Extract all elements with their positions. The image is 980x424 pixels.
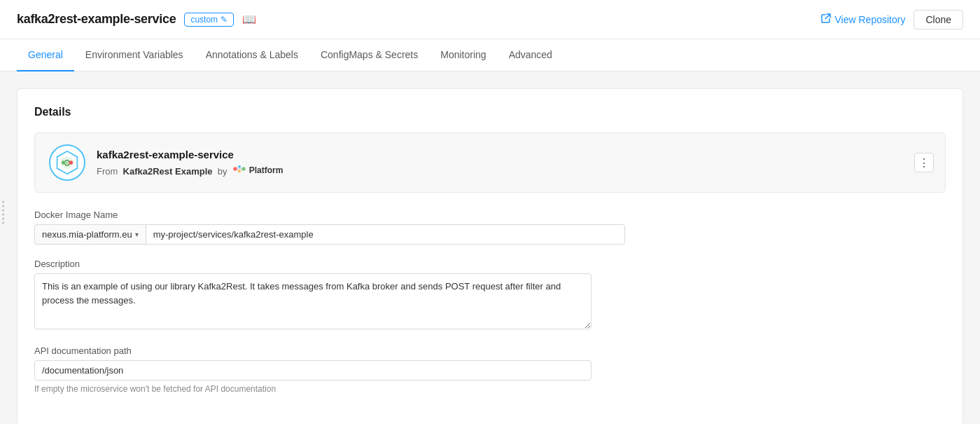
service-name: kafka2rest-example-service [97,149,931,160]
tab-advanced[interactable]: Advanced [498,39,564,71]
external-link-icon [821,13,831,25]
tab-general[interactable]: General [17,39,74,71]
platform-name: Platform [249,165,284,175]
api-doc-hint: If empty the microservice won't be fetch… [34,384,946,394]
header-left: kafka2rest-example-service custom ✎ 📖 [17,12,256,27]
service-title: kafka2rest-example-service [17,12,176,27]
edit-icon: ✎ [220,15,227,25]
more-options-button[interactable]: ⋮ [914,153,934,172]
docker-image-group: Docker Image Name nexus.mia-platform.eu [34,210,946,245]
description-textarea[interactable]: This is an example of using our library … [34,273,592,329]
main-content: Details ⚙ kafka2rest-example-service Fro… [0,71,980,424]
tab-monitoring[interactable]: Monitoring [429,39,497,71]
image-path-input[interactable] [146,224,625,245]
source-name: Kafka2Rest Example [123,166,213,177]
tab-configmaps-secrets[interactable]: ConfigMaps & Secrets [309,39,429,71]
svg-point-8 [241,167,246,171]
svg-point-4 [69,160,73,164]
service-info: kafka2rest-example-service From Kafka2Re… [97,149,931,177]
from-label: From [97,166,118,177]
platform-badge: Platform [232,163,284,177]
tab-annotations-labels[interactable]: Annotations & Labels [195,39,309,71]
svg-point-5 [233,167,237,171]
details-section: Details ⚙ kafka2rest-example-service Fro… [17,88,963,424]
service-from: From Kafka2Rest Example by [97,163,931,177]
section-title: Details [34,106,946,118]
by-label: by [218,166,227,177]
api-doc-group: API documentation path If empty the micr… [34,346,946,394]
registry-select[interactable]: nexus.mia-platform.eu [34,224,146,245]
svg-point-3 [62,160,65,164]
custom-badge-label: custom [190,15,218,25]
custom-badge[interactable]: custom ✎ [184,13,234,27]
docker-image-label: Docker Image Name [34,210,946,220]
docker-image-row: nexus.mia-platform.eu [34,224,625,245]
platform-icon [232,163,246,177]
header-right: View Repository Clone [821,10,964,29]
header: kafka2rest-example-service custom ✎ 📖 Vi… [0,0,980,39]
api-doc-input[interactable] [34,360,592,381]
tabs-bar: General Environment Variables Annotation… [0,39,980,71]
clone-button[interactable]: Clone [913,10,963,29]
api-doc-label: API documentation path [34,346,946,356]
view-repository-button[interactable]: View Repository [821,13,906,25]
registry-value: nexus.mia-platform.eu [42,229,132,240]
view-repository-label: View Repository [835,14,906,25]
description-label: Description [34,259,946,269]
tab-environment-variables[interactable]: Environment Variables [74,39,195,71]
book-icon[interactable]: 📖 [242,13,256,26]
drag-handle[interactable] [0,196,6,228]
description-group: Description This is an example of using … [34,259,946,331]
service-card: ⚙ kafka2rest-example-service From Kafka2… [34,132,946,193]
service-icon: ⚙ [49,144,85,181]
